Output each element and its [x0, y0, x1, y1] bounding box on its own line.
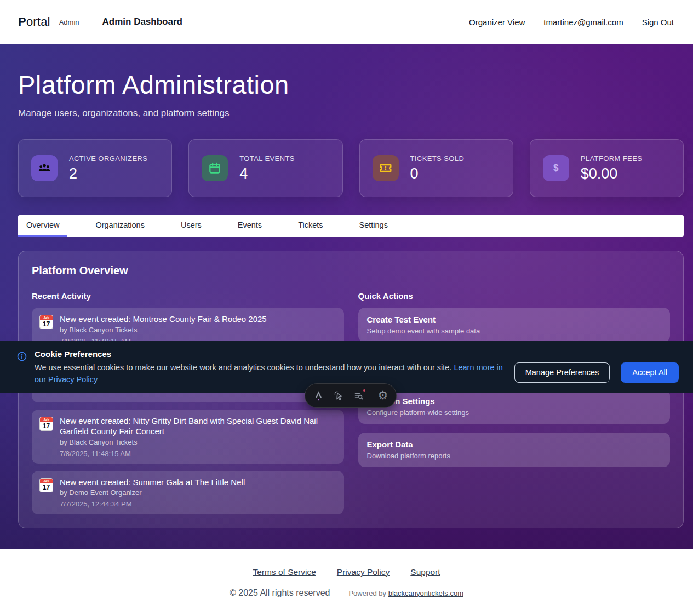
admin-badge: Admin: [59, 18, 79, 26]
tab-users[interactable]: Users: [173, 215, 210, 237]
tab-settings[interactable]: Settings: [351, 215, 396, 237]
astro-logo-icon[interactable]: [308, 390, 329, 401]
recent-activity-heading: Recent Activity: [32, 291, 344, 301]
audit-icon[interactable]: [349, 390, 369, 401]
tab-events[interactable]: Events: [230, 215, 270, 237]
page-title: Admin Dashboard: [102, 16, 182, 27]
calendar-icon: [202, 155, 228, 181]
hero-subtitle: Manage users, organizations, and platfor…: [18, 108, 684, 119]
brand-logo[interactable]: Portal: [18, 15, 50, 29]
support-link[interactable]: Support: [410, 567, 440, 577]
calendar-date-icon: July17: [39, 417, 53, 431]
stat-card-platform-fees: $ PLATFORM FEES $0.00: [530, 139, 684, 197]
footer: Terms of Service Privacy Policy Support …: [0, 549, 693, 616]
people-icon: [31, 155, 58, 181]
organizer-view-link[interactable]: Organizer View: [469, 18, 525, 27]
stat-card-active-organizers: ACTIVE ORGANIZERS 2: [18, 139, 172, 197]
tab-overview[interactable]: Overview: [18, 215, 67, 237]
powered-by: Powered by blackcanyontickets.com: [348, 589, 463, 597]
activity-organizer: by Black Canyon Tickets: [60, 326, 267, 334]
toolbar-divider: [371, 389, 371, 403]
stat-card-tickets-sold: TICKETS SOLD 0: [359, 139, 513, 197]
stat-value: 4: [239, 165, 295, 182]
brand-rest: ortal: [26, 15, 50, 28]
quick-action-title: Create Test Event: [367, 315, 662, 324]
stat-value: 2: [69, 165, 147, 182]
stat-value: 0: [410, 165, 465, 182]
quick-action-desc: Setup demo event with sample data: [367, 327, 662, 335]
stat-label: PLATFORM FEES: [581, 154, 643, 163]
accept-all-button[interactable]: Accept All: [621, 362, 679, 383]
quick-action-desc: Configure platform-wide settings: [367, 408, 662, 417]
activity-title: New event created: Montrose County Fair …: [60, 314, 267, 325]
tab-tickets[interactable]: Tickets: [290, 215, 331, 237]
activity-title: New event created: Summer Gala at The Li…: [60, 477, 245, 488]
hero-title: Platform Administration: [18, 44, 684, 100]
tab-organizations[interactable]: Organizations: [87, 215, 152, 237]
sign-out-link[interactable]: Sign Out: [642, 18, 674, 27]
header-nav: Organizer View tmartinez@gmail.com Sign …: [469, 18, 674, 27]
quick-action-desc: Download platform reports: [367, 452, 662, 460]
dev-toolbar: ⚙: [305, 383, 397, 408]
stat-label: TICKETS SOLD: [410, 154, 465, 163]
manage-preferences-button[interactable]: Manage Preferences: [514, 362, 610, 383]
stats-row: ACTIVE ORGANIZERS 2 TOTAL EVENTS 4: [18, 139, 684, 197]
quick-action-title: Platform Settings: [367, 396, 662, 406]
ticket-icon: [373, 155, 399, 181]
notification-dot: [362, 388, 366, 393]
dollar-icon: $: [543, 155, 569, 181]
inspect-cursor-icon[interactable]: [329, 390, 349, 401]
calendar-date-icon: July17: [39, 478, 53, 492]
quick-action-title: Export Data: [367, 440, 662, 449]
info-icon: [16, 351, 27, 362]
brand-initial: P: [18, 15, 26, 28]
stat-card-total-events: TOTAL EVENTS 4: [188, 139, 342, 197]
privacy-policy-link[interactable]: Privacy Policy: [337, 567, 390, 577]
tab-bar: Overview Organizations Users Events Tick…: [18, 215, 684, 237]
cookie-banner-title: Cookie Preferences: [35, 349, 503, 359]
stat-value: $0.00: [581, 165, 643, 182]
terms-of-service-link[interactable]: Terms of Service: [253, 567, 316, 577]
top-navbar: Portal Admin Admin Dashboard Organizer V…: [0, 0, 693, 44]
recent-activity-column: Recent Activity July17 New event created…: [32, 291, 344, 521]
settings-gear-icon[interactable]: ⚙: [373, 390, 393, 401]
quick-action-create-test-event[interactable]: Create Test Event Setup demo event with …: [358, 308, 671, 342]
main-content: Platform Administration Manage users, or…: [0, 44, 693, 549]
stat-label: ACTIVE ORGANIZERS: [69, 154, 147, 163]
quick-actions-heading: Quick Actions: [358, 291, 671, 301]
activity-organizer: by Black Canyon Tickets: [60, 438, 336, 446]
quick-action-platform-settings[interactable]: Platform Settings Configure platform-wid…: [358, 389, 671, 424]
admin-dashboard-page: Portal Admin Admin Dashboard Organizer V…: [0, 0, 693, 616]
quick-action-export-data[interactable]: Export Data Download platform reports: [358, 433, 671, 467]
activity-organizer: by Demo Event Organizer: [60, 488, 245, 497]
copyright-text: © 2025 All rights reserved: [230, 588, 330, 598]
activity-timestamp: 7/8/2025, 11:48:15 AM: [60, 450, 336, 458]
activity-timestamp: 7/7/2025, 12:44:34 PM: [60, 500, 245, 508]
calendar-date-icon: July17: [39, 315, 53, 329]
quick-actions-column: Quick Actions Create Test Event Setup de…: [358, 291, 671, 521]
stat-label: TOTAL EVENTS: [239, 154, 295, 163]
powered-by-link[interactable]: blackcanyontickets.com: [388, 589, 463, 597]
panel-title: Platform Overview: [32, 264, 670, 277]
activity-title: New event created: Nitty Gritty Dirt Ban…: [60, 416, 336, 437]
cookie-banner-body: We use essential cookies to make our web…: [35, 362, 503, 386]
user-email: tmartinez@gmail.com: [543, 18, 623, 27]
activity-item: July17 New event created: Summer Gala at…: [32, 471, 344, 515]
activity-item: July17 New event created: Nitty Gritty D…: [32, 410, 344, 464]
